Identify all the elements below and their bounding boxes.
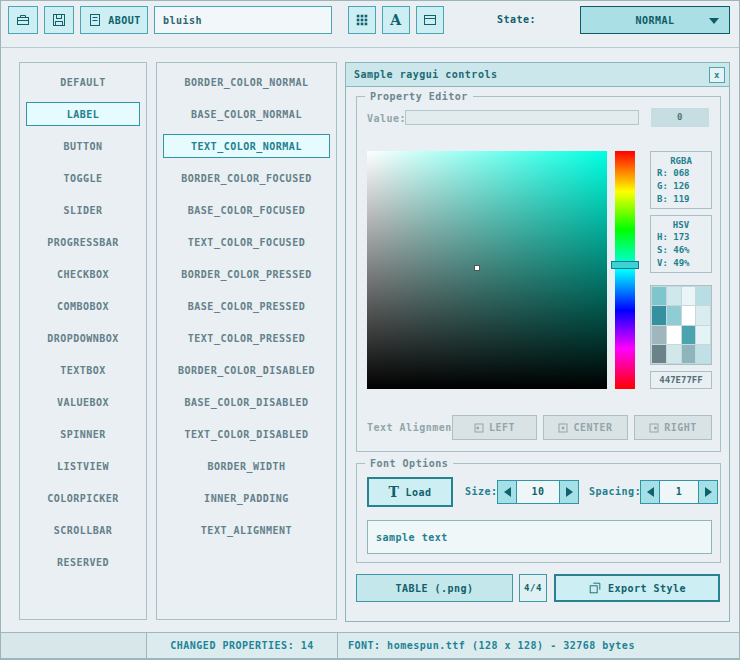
export-ratio-box[interactable]: 4/4 (519, 574, 547, 602)
control-item[interactable]: BUTTON (26, 134, 140, 158)
grid-icon (355, 13, 369, 27)
property-item[interactable]: BORDER_COLOR_PRESSED (163, 262, 330, 286)
state-dropdown[interactable]: NORMAL (580, 6, 730, 34)
property-item[interactable]: BASE_COLOR_FOCUSED (163, 198, 330, 222)
size-increment-button[interactable] (559, 480, 579, 504)
value-box[interactable]: 0 (651, 108, 709, 127)
color-picker-marker[interactable] (474, 265, 480, 271)
rgba-title: RGBA (651, 155, 711, 167)
hsv-panel: HSV H: 173 S: 46% V: 49% (650, 215, 712, 273)
control-item[interactable]: DEFAULT (26, 70, 140, 94)
palette-swatch[interactable] (667, 326, 681, 344)
control-item[interactable]: VALUEBOX (26, 390, 140, 414)
window-preview-button[interactable] (416, 6, 444, 34)
property-editor-label: Property Editor (365, 91, 473, 102)
size-label: Size: (465, 486, 498, 497)
window-titlebar[interactable]: Sample raygui controls x (346, 63, 729, 87)
palette-swatch[interactable] (682, 326, 696, 344)
hue-bar[interactable] (615, 151, 635, 389)
hex-value-box[interactable]: 447E77FF (650, 371, 712, 389)
spacing-value-box[interactable]: 1 (659, 480, 699, 504)
spacing-decrement-button[interactable] (640, 480, 660, 504)
sample-text-input[interactable] (367, 520, 712, 554)
property-item[interactable]: TEXT_COLOR_DISABLED (163, 422, 330, 446)
palette-swatch[interactable] (652, 345, 666, 363)
property-item[interactable]: BORDER_COLOR_DISABLED (163, 358, 330, 382)
palette-swatch[interactable] (696, 306, 710, 324)
control-item[interactable]: CHECKBOX (26, 262, 140, 286)
control-item-selected[interactable]: LABEL (26, 102, 140, 126)
control-item[interactable]: LISTVIEW (26, 454, 140, 478)
control-item[interactable]: RESERVED (26, 550, 140, 574)
align-center-icon (558, 423, 568, 433)
property-editor-group: Property Editor Value: 0 RGBA R: 068 G: … (356, 96, 721, 452)
font-options-label: Font Options (365, 458, 453, 469)
export-format-dropdown[interactable]: TABLE (.png) (356, 574, 513, 602)
palette-swatch[interactable] (667, 345, 681, 363)
property-item[interactable]: BORDER_COLOR_FOCUSED (163, 166, 330, 190)
palette-swatch[interactable] (682, 287, 696, 305)
control-item[interactable]: SCROLLBAR (26, 518, 140, 542)
control-item[interactable]: SPINNER (26, 422, 140, 446)
property-item[interactable]: TEXT_ALIGNMENT (163, 518, 330, 542)
property-item[interactable]: BORDER_COLOR_NORMAL (163, 70, 330, 94)
font-options-group: Font Options T Load Size: 10 Spacing: 1 (356, 463, 721, 563)
size-decrement-button[interactable] (497, 480, 517, 504)
property-item[interactable]: TEXT_COLOR_PRESSED (163, 326, 330, 350)
property-item[interactable]: BORDER_WIDTH (163, 454, 330, 478)
control-item[interactable]: COMBOBOX (26, 294, 140, 318)
control-item[interactable]: TOGGLE (26, 166, 140, 190)
hsv-s: S: 46% (651, 244, 711, 257)
color-picker-gradient[interactable] (367, 151, 607, 389)
align-center-button[interactable]: CENTER (543, 415, 628, 440)
property-item-selected[interactable]: TEXT_COLOR_NORMAL (163, 134, 330, 158)
palette-swatch[interactable] (652, 306, 666, 324)
folder-open-icon (15, 12, 31, 28)
control-item[interactable]: SLIDER (26, 198, 140, 222)
close-icon[interactable]: x (709, 67, 725, 83)
text-alignment-label: Text Alignment: (367, 422, 465, 433)
spacing-label: Spacing: (589, 486, 641, 497)
control-item[interactable]: COLORPICKER (26, 486, 140, 510)
load-font-button[interactable]: T Load (367, 477, 453, 507)
about-button[interactable]: ABOUT (80, 6, 148, 34)
export-style-button[interactable]: Export Style (554, 574, 720, 602)
control-item[interactable]: DROPDOWNBOX (26, 326, 140, 350)
hue-slider-handle[interactable] (611, 261, 639, 269)
control-item[interactable]: PROGRESSBAR (26, 230, 140, 254)
spacing-increment-button[interactable] (698, 480, 718, 504)
align-left-button[interactable]: LEFT (452, 415, 537, 440)
palette-swatch[interactable] (696, 326, 710, 344)
property-item[interactable]: INNER_PADDING (163, 486, 330, 510)
export-format-label: TABLE (.png) (395, 583, 473, 594)
palette-swatch[interactable] (667, 306, 681, 324)
palette-swatch[interactable] (696, 287, 710, 305)
arrow-left-icon (647, 487, 654, 497)
font-settings-button[interactable]: A (382, 6, 410, 34)
palette-swatch[interactable] (682, 306, 696, 324)
font-a-icon: A (390, 13, 401, 27)
grid-snap-button[interactable] (348, 6, 376, 34)
window-title: Sample raygui controls (354, 69, 497, 80)
value-slider[interactable] (405, 110, 639, 125)
style-name-input[interactable] (154, 6, 332, 34)
palette-swatch[interactable] (652, 287, 666, 305)
property-item[interactable]: BASE_COLOR_PRESSED (163, 294, 330, 318)
control-item[interactable]: TEXTBOX (26, 358, 140, 382)
palette-swatch[interactable] (682, 345, 696, 363)
value-label: Value: (367, 113, 406, 124)
size-value-box[interactable]: 10 (516, 480, 560, 504)
rgba-panel: RGBA R: 068 G: 126 B: 119 (650, 151, 712, 209)
palette-swatch[interactable] (652, 326, 666, 344)
property-item[interactable]: BASE_COLOR_DISABLED (163, 390, 330, 414)
save-style-button[interactable] (44, 6, 74, 34)
align-right-button[interactable]: RIGHT (634, 415, 712, 440)
property-item[interactable]: BASE_COLOR_NORMAL (163, 102, 330, 126)
arrow-right-icon (705, 487, 712, 497)
property-item[interactable]: TEXT_COLOR_FOCUSED (163, 230, 330, 254)
palette-swatch[interactable] (696, 345, 710, 363)
state-label: State: (497, 6, 536, 34)
open-style-button[interactable] (8, 6, 38, 34)
palette-swatch[interactable] (667, 287, 681, 305)
rgba-b: B: 119 (651, 193, 711, 206)
